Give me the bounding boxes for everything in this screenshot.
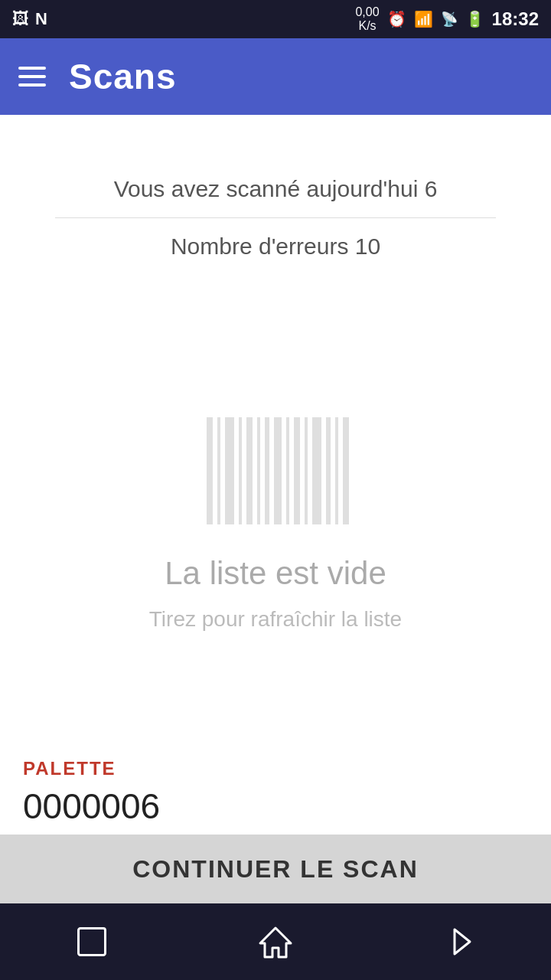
svg-rect-10	[305, 417, 308, 524]
barcode-icon	[199, 410, 352, 532]
scanned-today-stat: Vous avez scanné aujourd'hui 6	[31, 161, 520, 217]
page-title: Scans	[69, 56, 177, 97]
svg-rect-5	[257, 417, 260, 524]
svg-rect-9	[294, 417, 300, 524]
hamburger-line-3	[18, 83, 46, 87]
svg-rect-8	[286, 417, 289, 524]
svg-marker-15	[260, 928, 291, 957]
battery-icon: 🔋	[465, 10, 484, 28]
home-icon	[257, 923, 294, 960]
svg-rect-6	[265, 417, 269, 524]
main-content: Vous avez scanné aujourd'hui 6 Nombre d'…	[0, 115, 551, 835]
wifi-icon: 📶	[414, 10, 433, 28]
menu-button[interactable]	[18, 67, 46, 87]
empty-state: La liste est vide Tirez pour rafraîchir …	[119, 298, 432, 743]
continue-scan-button[interactable]: CONTINUER LE SCAN	[0, 835, 551, 903]
svg-rect-11	[312, 417, 321, 524]
svg-rect-14	[343, 417, 349, 524]
home-button[interactable]	[256, 923, 295, 961]
empty-list-subtitle: Tirez pour rafraîchir la liste	[149, 607, 402, 632]
back-button[interactable]	[440, 923, 478, 961]
svg-rect-13	[335, 417, 338, 524]
stats-section: Vous avez scanné aujourd'hui 6 Nombre d'…	[0, 115, 551, 298]
back-icon	[441, 923, 478, 960]
n-icon: N	[35, 9, 47, 29]
photo-icon: 🖼	[12, 9, 29, 29]
recent-apps-button[interactable]	[73, 923, 111, 961]
svg-marker-16	[455, 929, 470, 954]
empty-list-title: La liste est vide	[165, 555, 386, 592]
network-speed: 0,00 K/s	[355, 5, 379, 32]
svg-rect-2	[225, 417, 234, 524]
svg-rect-4	[246, 417, 253, 524]
svg-rect-3	[239, 417, 242, 524]
svg-rect-7	[274, 417, 282, 524]
errors-stat: Nombre d'erreurs 10	[31, 218, 520, 275]
palette-section: PALETTE 0000006	[0, 743, 551, 835]
status-time: 18:32	[492, 8, 539, 30]
status-bar-right: 0,00 K/s ⏰ 📶 📡 🔋 18:32	[355, 5, 539, 32]
svg-rect-1	[217, 417, 220, 524]
palette-value: 0000006	[23, 786, 528, 827]
status-bar-left: 🖼 N	[12, 9, 47, 29]
status-bar: 🖼 N 0,00 K/s ⏰ 📶 📡 🔋 18:32	[0, 0, 551, 38]
alarm-icon: ⏰	[387, 10, 406, 28]
svg-rect-12	[326, 417, 331, 524]
hamburger-line-2	[18, 75, 46, 78]
nav-bar	[0, 903, 551, 980]
recent-apps-icon	[77, 927, 106, 956]
palette-label: PALETTE	[23, 758, 528, 779]
svg-rect-0	[207, 417, 213, 524]
app-bar: Scans	[0, 38, 551, 115]
hamburger-line-1	[18, 67, 46, 70]
signal-icon: 📡	[441, 11, 458, 28]
